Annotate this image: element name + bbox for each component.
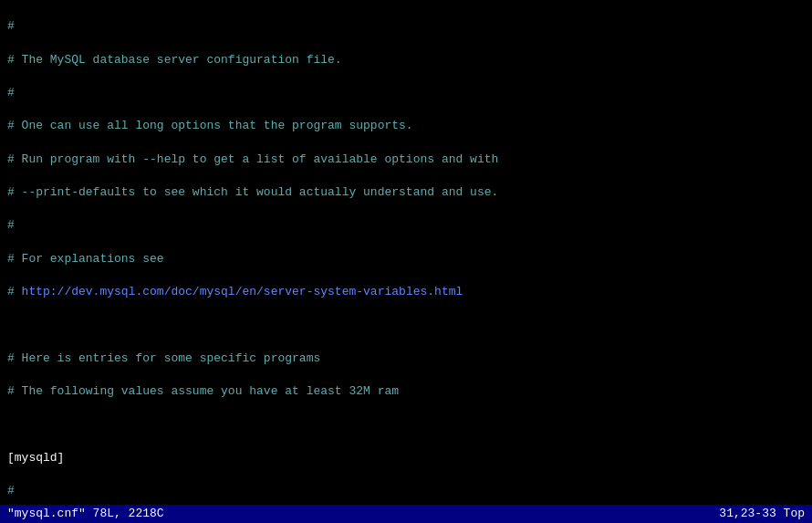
line-8: # For explanations see — [7, 252, 164, 266]
line-blank-2 — [7, 418, 15, 432]
line-2: # The MySQL database server configuratio… — [7, 53, 342, 67]
line-3: # — [7, 86, 15, 99]
line-5: # Run program with --help to get a list … — [7, 152, 498, 166]
line-12: # The following values assume you have a… — [7, 384, 399, 398]
line-11: # Here is entries for some specific prog… — [7, 351, 320, 365]
status-filename: "mysql.cnf" 78L, 2218C — [7, 506, 164, 522]
line-1: # — [7, 19, 15, 33]
status-top: Top — [784, 507, 805, 520]
line-9: # — [7, 285, 22, 298]
editor-content: # # The MySQL database server configurat… — [0, 0, 812, 523]
line-15: # — [7, 484, 15, 497]
status-right: 31,23-33 Top — [719, 506, 805, 522]
line-6: # --print-defaults to see which it would… — [7, 185, 498, 199]
status-cursor: 31,23-33 — [719, 507, 776, 520]
section-mysqld: [mysqld] — [7, 451, 64, 465]
line-7: # — [7, 218, 15, 232]
status-bar: "mysql.cnf" 78L, 2218C 31,23-33 Top — [0, 505, 812, 523]
line-blank-1 — [7, 319, 15, 332]
url-link: http://dev.mysql.com/doc/mysql/en/server… — [22, 285, 463, 298]
line-4: # One can use all long options that the … — [7, 119, 413, 132]
